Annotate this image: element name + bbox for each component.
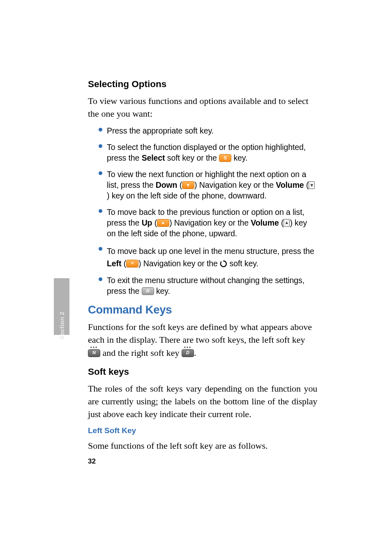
nav-up-key-icon: ▴	[157, 219, 169, 227]
key-glyph: R	[146, 289, 150, 293]
key-glyph: ▴	[162, 221, 164, 225]
bullet-text: To move back up one level in the menu st…	[107, 247, 314, 256]
section-tab-label: Section 2	[58, 311, 65, 340]
key-glyph: ×	[131, 261, 134, 266]
bullet-text: ) Navigation key or the	[194, 180, 276, 189]
nav-down-key-icon: ▾	[182, 181, 194, 189]
bullet-text: To exit the menu structure without chang…	[107, 276, 304, 295]
bullet-text: key.	[154, 286, 170, 295]
key-glyph: N	[92, 351, 96, 355]
key-glyph: ▴	[286, 221, 288, 225]
key-glyph: ▾	[187, 183, 189, 187]
bullet-icon	[99, 144, 102, 148]
bold-volume: Volume	[251, 218, 279, 227]
bold-up: Up	[142, 218, 152, 227]
bullet-icon	[99, 209, 102, 213]
back-soft-key-icon	[220, 258, 227, 266]
bold-select: Select	[142, 153, 165, 162]
list-item: To move back up one level in the menu st…	[107, 245, 317, 270]
heading-left-soft-key: Left Soft Key	[88, 426, 317, 435]
section-tab: Section 2	[54, 278, 69, 335]
nav-left-key-icon: ×	[126, 260, 138, 268]
volume-up-key-icon: ▴	[284, 219, 290, 227]
volume-down-key-icon: ▾	[309, 181, 315, 189]
list-item: Press the appropriate soft key.	[107, 126, 317, 136]
bullet-text: (	[152, 218, 157, 227]
bold-left: Left	[107, 259, 121, 268]
bullet-icon	[99, 171, 102, 175]
key-glyph: ▾	[311, 183, 313, 187]
bullet-text: (	[304, 180, 309, 189]
list-item: To select the function displayed or the …	[107, 142, 317, 164]
para-text: and the right soft key	[100, 348, 182, 358]
bullet-text: ) key on the left side of the phone, dow…	[107, 191, 267, 200]
bullet-text: Press the appropriate soft key.	[107, 126, 214, 135]
bold-down: Down	[156, 180, 178, 189]
bullet-icon	[99, 277, 102, 281]
bold-volume: Volume	[276, 180, 304, 189]
bullet-text: ) Navigation key or the	[138, 259, 220, 268]
left-soft-key-icon: •••N	[88, 347, 100, 356]
list-item: To exit the menu structure without chang…	[107, 275, 317, 297]
command-keys-paragraph: Functions for the soft keys are defined …	[88, 321, 317, 359]
selecting-options-list: Press the appropriate soft key. To selec…	[88, 126, 317, 297]
bullet-icon	[99, 247, 102, 251]
soft-keys-paragraph: The roles of the soft keys vary dependin…	[88, 382, 317, 421]
heading-soft-keys: Soft keys	[88, 367, 317, 377]
select-key-icon: S	[219, 154, 231, 162]
bullet-text: ) Navigation key or the	[169, 218, 251, 227]
key-glyph: S	[224, 156, 227, 160]
heading-selecting-options: Selecting Options	[88, 79, 317, 90]
bullet-text: (	[177, 180, 182, 189]
selecting-options-intro: To view various functions and options av…	[88, 95, 317, 120]
para-text: .	[194, 348, 196, 358]
list-item: To view the next function or highlight t…	[107, 169, 317, 201]
exit-key-icon: R	[142, 287, 154, 295]
bullet-icon	[99, 128, 102, 131]
key-glyph: D	[186, 351, 189, 355]
page-number: 32	[88, 457, 96, 466]
right-soft-key-icon: •••D	[182, 347, 194, 356]
list-item: To move back to the previous function or…	[107, 207, 317, 239]
para-text: Functions for the soft keys are defined …	[88, 322, 312, 345]
bullet-text: soft key or the	[165, 153, 219, 162]
bullet-text: (	[279, 218, 284, 227]
heading-command-keys: Command Keys	[88, 303, 317, 316]
bullet-text: (	[121, 259, 126, 268]
bullet-text: soft key.	[227, 259, 258, 268]
bullet-text: key.	[231, 153, 247, 162]
left-soft-key-paragraph: Some functions of the left soft key are …	[88, 439, 317, 452]
page-content: Selecting Options To view various functi…	[88, 79, 317, 458]
